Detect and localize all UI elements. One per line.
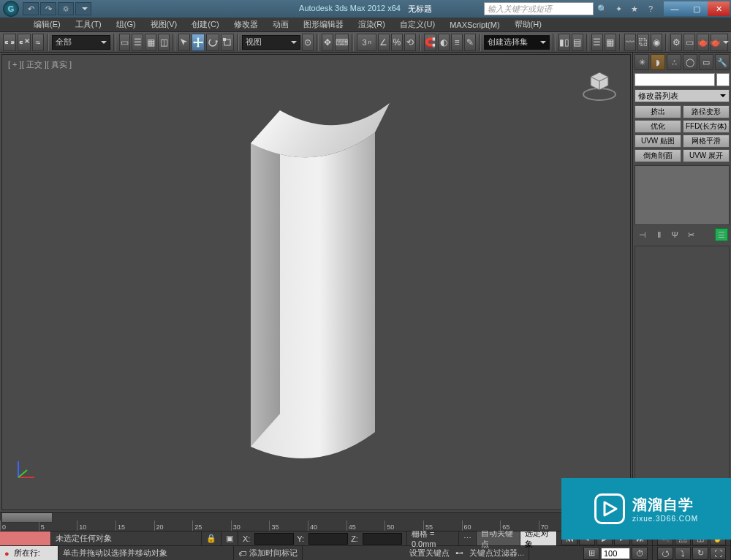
mod-btn-optimize[interactable]: 优化 (635, 120, 681, 133)
tab-utilities-icon[interactable]: 🔧 (715, 54, 730, 70)
y-field[interactable] (308, 533, 348, 545)
qat-undo-icon[interactable]: ↶ (23, 2, 39, 15)
tab-display-icon[interactable]: ▭ (699, 54, 713, 70)
unlink-icon[interactable] (18, 34, 31, 51)
tick[interactable]: 65 (500, 521, 539, 531)
modifier-stack[interactable] (635, 165, 730, 225)
window-close-button[interactable]: ✕ (708, 1, 730, 16)
search-icon[interactable]: 🔍 (595, 2, 610, 15)
menu-customize[interactable]: 自定义(U) (394, 18, 441, 31)
menu-maxscript[interactable]: MAXScript(M) (444, 19, 505, 31)
mod-btn-pathdeform[interactable]: 路径变形 (683, 105, 730, 118)
select-rotate-icon[interactable] (206, 34, 219, 51)
viewport-canvas[interactable] (2, 55, 630, 510)
tick[interactable]: 35 (269, 521, 308, 531)
comm-center-icon[interactable]: ⋯ (459, 531, 477, 545)
modifier-list-dropdown[interactable]: 修改器列表 (635, 89, 730, 102)
window-crossing-icon[interactable]: ◫ (158, 34, 170, 51)
object-name-input[interactable] (635, 73, 715, 86)
percent-snap-icon[interactable]: % (391, 34, 403, 51)
edit-selection-icon[interactable]: 🧲 (424, 34, 436, 51)
tick[interactable]: 25 (192, 521, 231, 531)
tick[interactable]: 55 (423, 521, 462, 531)
lock-selection-icon[interactable]: 🔒 (202, 531, 221, 545)
menu-tools[interactable]: 工具(T) (69, 18, 107, 31)
make-unique-icon[interactable]: Ψ (668, 228, 681, 241)
mod-btn-meshsmooth[interactable]: 网格平滑 (683, 135, 730, 148)
nav-walk-icon[interactable]: ⤵ (675, 547, 691, 560)
z-field[interactable] (363, 533, 402, 545)
configure-sets-icon[interactable]: ☰ (715, 228, 728, 241)
remove-modifier-icon[interactable]: ✂ (684, 228, 697, 241)
tab-motion-icon[interactable]: ◯ (683, 54, 697, 70)
menu-edit[interactable]: 编辑(E) (28, 18, 67, 31)
select-move-icon[interactable] (192, 34, 205, 51)
render-production-icon[interactable]: 🫖 (697, 34, 709, 51)
mod-btn-uvwmap[interactable]: UVW 贴图 (635, 135, 681, 148)
help-community-icon[interactable]: ✦ (611, 2, 626, 15)
script-rec-indicator[interactable] (0, 531, 51, 545)
angle-snap-icon[interactable]: ∠ (378, 34, 390, 51)
current-frame-field[interactable]: 100 (601, 548, 630, 559)
use-center-icon[interactable]: ⊙ (302, 34, 314, 51)
select-scale-icon[interactable] (221, 34, 234, 51)
qat-redo-icon[interactable]: ↷ (40, 2, 56, 15)
mod-btn-extrude[interactable]: 挤出 (635, 105, 681, 118)
key-icon[interactable]: ⊷ (455, 548, 463, 558)
menu-help[interactable]: 帮助(H) (509, 18, 548, 31)
timeconfig-icon[interactable]: ⊞ (583, 547, 599, 560)
material-editor-icon[interactable]: ◉ (651, 34, 662, 51)
time-tag-button[interactable]: 🏷添加时间标记 (234, 546, 303, 560)
render-flyout-icon[interactable]: 🫖 (711, 34, 728, 51)
help-icon[interactable]: ? (643, 2, 658, 15)
mod-btn-bevelprofile[interactable]: 倒角剖面 (635, 149, 681, 162)
graphite-icon[interactable]: ▦ (605, 34, 616, 51)
spinner-snap-icon[interactable]: ⟲ (404, 34, 416, 51)
favorite-icon[interactable]: ★ (627, 2, 642, 15)
menu-create[interactable]: 创建(C) (186, 18, 224, 31)
select-region-icon[interactable]: ▦ (145, 34, 156, 51)
quick-align-icon[interactable]: ✎ (464, 34, 476, 51)
menu-grapheditors[interactable]: 图形编辑器 (298, 18, 349, 31)
menu-group[interactable]: 组(G) (110, 18, 142, 31)
refcoord-dropdown[interactable]: 视图 (242, 35, 300, 50)
tick[interactable]: 40 (308, 521, 346, 531)
array-icon[interactable]: ▤ (572, 34, 583, 51)
mirror-tool-icon[interactable]: ▮▯ (558, 34, 570, 51)
timeconfig2-icon[interactable]: ⏱ (632, 547, 648, 560)
nav-orbit-icon[interactable]: ⭯ (657, 547, 673, 560)
menu-rendering[interactable]: 渲染(R) (352, 18, 391, 31)
align-icon[interactable]: ≡ (451, 34, 463, 51)
select-by-name-icon[interactable]: ☰ (132, 34, 143, 51)
tick[interactable]: 60 (462, 521, 501, 531)
select-cursor-icon[interactable] (178, 34, 190, 51)
setkey-button[interactable]: 设置关键点 (409, 548, 450, 559)
nav-roll-icon[interactable]: ↻ (692, 547, 708, 560)
object-color-swatch[interactable] (716, 73, 730, 86)
search-input[interactable]: 输入关键字或短语 (484, 2, 594, 15)
snap-toggle-icon[interactable]: 3n (357, 34, 376, 51)
window-minimize-button[interactable]: — (664, 1, 686, 16)
tab-hierarchy-icon[interactable]: ⛬ (667, 54, 681, 70)
x-field[interactable] (254, 533, 294, 545)
menu-animation[interactable]: 动画 (267, 18, 295, 31)
bind-spacewarp-icon[interactable]: ≈ (32, 34, 44, 51)
selection-filter-dropdown[interactable]: 全部 (52, 35, 110, 50)
tick[interactable]: 50 (385, 521, 423, 531)
keyboard-shortcut-icon[interactable]: ⌨ (335, 34, 349, 51)
viewport[interactable]: [ + ][ 正交 ][ 真实 ] (1, 54, 631, 510)
pin-stack-icon[interactable]: ⊣ (636, 228, 649, 241)
tick[interactable]: 20 (154, 521, 193, 531)
tick[interactable]: 5 (39, 521, 77, 531)
rollout-area[interactable] (635, 246, 730, 510)
window-maximize-button[interactable]: ▢ (686, 1, 708, 16)
tick[interactable]: 45 (346, 521, 385, 531)
tab-modify-icon[interactable]: ◗ (651, 54, 665, 70)
menu-modifiers[interactable]: 修改器 (228, 18, 264, 31)
tick[interactable]: 10 (77, 521, 115, 531)
app-logo-icon[interactable]: G (3, 1, 19, 17)
keyfilter-button[interactable]: 关键点过滤器... (469, 548, 524, 559)
named-selection-dropdown[interactable]: 创建选择集 (484, 35, 550, 50)
manipulate-icon[interactable]: ✥ (322, 34, 333, 51)
mod-btn-ffdbox[interactable]: FFD(长方体) (683, 120, 730, 133)
